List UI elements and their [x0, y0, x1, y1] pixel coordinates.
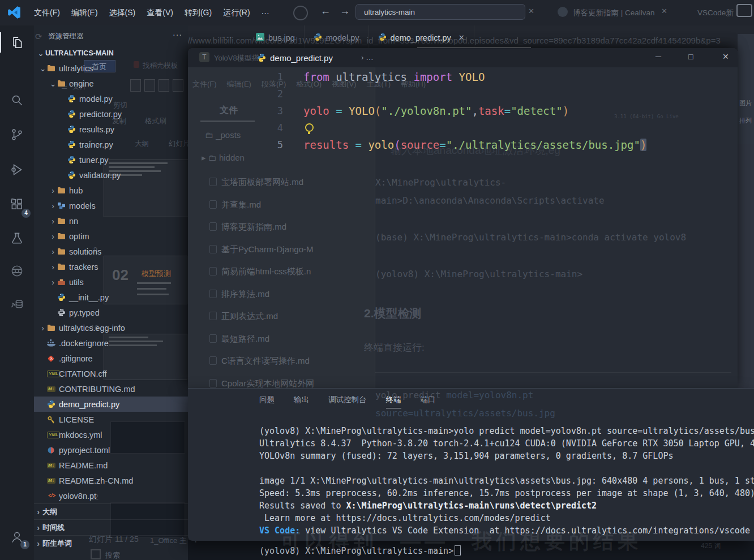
tree-item-engine[interactable]: ⌄engine [34, 76, 188, 91]
titlebar: 文件(F)编辑(E)选择(S)查看(V)转到(G)运行(R)··· ← → 2.… [0, 0, 754, 25]
menu-item-4[interactable]: 转到(G) [179, 8, 217, 18]
tab-label: bus.jpg [268, 33, 295, 42]
tree-chevron-icon: › [38, 324, 47, 333]
testing-icon[interactable] [0, 223, 34, 253]
run-debug-icon[interactable] [0, 155, 34, 184]
tab-demo-predict[interactable]: demo_predict.py [257, 48, 333, 67]
panel-tab-问题[interactable]: 问题 [259, 395, 275, 408]
code-token: "./ultralytics/assets/bus.jpg" [446, 139, 640, 151]
tree-item-label: README.zh-CN.md [59, 476, 133, 485]
tree-item-predictor.py[interactable]: predictor.py [34, 106, 188, 122]
tree-item-demo_predict.py[interactable]: demo_predict.py [34, 397, 188, 412]
code-token: from [303, 71, 336, 83]
editor-tab-model.py[interactable]: model.py [305, 25, 369, 50]
maximize-button[interactable]: □ [688, 52, 693, 61]
source-control-icon[interactable] [0, 120, 34, 149]
tree-item-README.zh-CN.md[interactable]: M↓README.zh-CN.md [34, 473, 188, 488]
settings-gear-icon[interactable]: 1 [0, 556, 34, 560]
terminal-line: Ultralytics 8.4.37 Python-3.8.20 torch-2… [259, 437, 754, 450]
tree-item-CONTRIBUTING.md[interactable]: M↓CONTRIBUTING.md [34, 381, 188, 397]
tree-item-validator.py[interactable]: validator.py [34, 167, 188, 183]
code-token: yolo [303, 105, 336, 117]
menu-item-3[interactable]: 查看(V) [141, 8, 179, 18]
line-number: 5 [188, 139, 283, 150]
explorer-root[interactable]: ⌄ ULTRALYTICS-MAIN [34, 46, 188, 61]
code-token: import [413, 71, 459, 83]
terminal-text: Ultralytics 8.4.37 Python-3.8.20 torch-2… [259, 438, 754, 449]
chevron-down-icon: ⌄ [36, 49, 45, 58]
explorer-icon[interactable] [0, 28, 34, 57]
tree-item-.dockerignore[interactable]: .dockerignore [34, 335, 188, 351]
extension-circle-icon[interactable] [0, 256, 34, 286]
search-icon[interactable] [0, 85, 34, 115]
sidebar-section-大纲[interactable]: ›大纲 [34, 503, 188, 519]
tree-item-yolov8n.pt[interactable]: </>yolov8n.pt [34, 488, 188, 503]
tree-item-py.typed[interactable]: py.typed [34, 305, 188, 320]
terminal-text: (yolov8) X:\MineProg\ultralytics-main>yo… [259, 426, 754, 436]
tree-item-__init__.py[interactable]: __init__.py [34, 290, 188, 305]
sidebar-section-时间线[interactable]: ›时间线 [34, 519, 188, 535]
tree-item-nn[interactable]: ›nn [34, 213, 188, 229]
tree-item-tuner.py[interactable]: tuner.py [34, 152, 188, 167]
breadcrumb[interactable]: › … [361, 53, 374, 62]
tree-item-.gitignore[interactable]: .gitignore [34, 351, 188, 366]
panel-tab-端口[interactable]: 端口 [421, 395, 436, 408]
doc-icon [209, 200, 217, 209]
tree-item-label: validator.py [79, 171, 121, 180]
menu-item-0[interactable]: 文件(F) [28, 8, 66, 18]
tree-item-pyproject.toml[interactable]: pyproject.toml [34, 442, 188, 458]
ghost-shell-line: (base) X:\MineProg\ultralytics-main>cond… [375, 232, 686, 243]
ghost-wps-taskpane: 图片 排列 [738, 34, 754, 388]
extensions-icon[interactable]: 4 [0, 189, 34, 219]
terminal-prompt[interactable]: (yolov8) X:\MineProg\ultralytics-main> [259, 545, 461, 556]
ghost-md-file: 基于PyCharm-Django-M [209, 244, 314, 255]
tree-item-utils[interactable]: ›utils [34, 274, 188, 290]
nav-back-button[interactable]: ← [320, 5, 331, 17]
section-label: 大纲 [42, 507, 57, 517]
ghost-md-file: 并查集.md [209, 200, 261, 210]
tree-item-results.py[interactable]: results.py [34, 122, 188, 137]
editor-tab-demo_predict.py[interactable]: demo_predict.py✕ [369, 25, 474, 50]
account-icon[interactable]: 1 [0, 522, 34, 552]
sidebar-section-陌生单词[interactable]: ›陌生单词 [34, 535, 188, 551]
panel-tab-输出[interactable]: 输出 [294, 395, 309, 408]
tree-item-models[interactable]: ›models [34, 198, 188, 213]
menu-item-1[interactable]: 编辑(E) [66, 8, 104, 18]
menu-item-6[interactable]: ··· [256, 8, 275, 18]
tree-item-README.md[interactable]: M↓README.md [34, 458, 188, 473]
ghost-typora-title: YoloV8模型搭 [214, 53, 259, 63]
tree-item-LICENSE[interactable]: LICENSE [34, 412, 188, 427]
code-token: results [303, 139, 355, 151]
menu-item-2[interactable]: 选择(S) [104, 8, 142, 18]
tree-item-trackers[interactable]: ›trackers [34, 259, 188, 274]
panel-tab-终端[interactable]: 终端 [386, 395, 401, 408]
terminal-output[interactable]: (yolov8) X:\MineProg\ultralytics-main>yo… [259, 425, 754, 537]
code-editor[interactable]: 1from ultralytics import YOLO23yolo = YO… [188, 68, 646, 153]
lightbulb-icon[interactable] [305, 123, 314, 132]
tree-item-hub[interactable]: ›hub [34, 183, 188, 198]
code-line-1: 1from ultralytics import YOLO [188, 68, 646, 85]
tree-item-ultralytics.egg-info[interactable]: ›ultralytics.egg-info [34, 320, 188, 335]
database-whale-icon[interactable] [0, 290, 34, 319]
tree-item-label: nn [69, 217, 78, 226]
panel-tab-调试控制台[interactable]: 调试控制台 [328, 395, 367, 408]
menu-item-5[interactable]: 运行(R) [217, 8, 255, 18]
tree-item-label: README.md [59, 461, 108, 470]
close-button[interactable]: ✕ [722, 52, 729, 61]
explorer-actions-button[interactable]: ··· [173, 30, 182, 39]
tree-item-ultralytics[interactable]: ⌄ultralytics [34, 61, 188, 76]
chevron-right-icon: › [34, 539, 42, 548]
tree-item-label: .gitignore [59, 354, 93, 363]
command-center-search[interactable]: ultralytics-main [355, 4, 525, 20]
tree-item-CITATION.cff[interactable]: YMLCITATION.cff [34, 366, 188, 381]
nav-forward-button[interactable]: → [340, 5, 350, 17]
tree-item-solutions[interactable]: ›solutions [34, 244, 188, 259]
tree-item-optim[interactable]: ›optim [34, 229, 188, 244]
ghost-tab-close-icon: ✕ [661, 7, 667, 15]
tree-item-mkdocs.yml[interactable]: YMLmkdocs.yml [34, 427, 188, 442]
tree-item-model.py[interactable]: model.py [34, 91, 188, 106]
minimize-button[interactable]: ─ [656, 52, 661, 61]
editor-tab-bus.jpg[interactable]: bus.jpg [247, 25, 305, 50]
tree-item-trainer.py[interactable]: trainer.py [34, 137, 188, 152]
ghost-doc-heading: 2.模型检测 [364, 305, 422, 321]
